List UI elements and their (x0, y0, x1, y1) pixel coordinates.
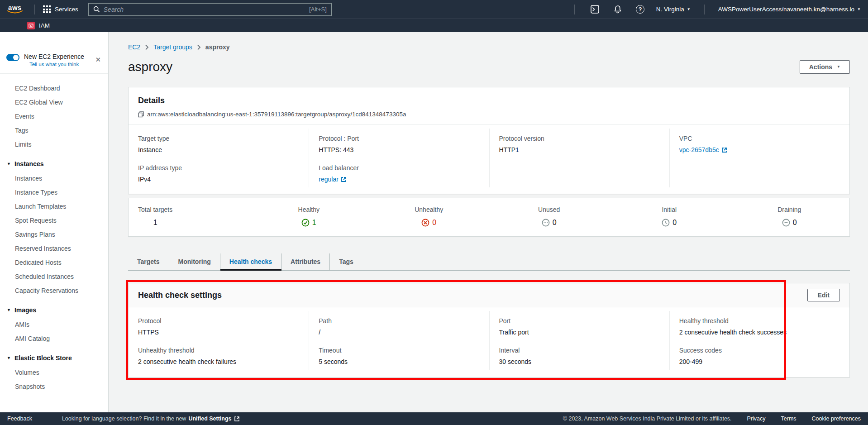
tab-monitoring[interactable]: Monitoring (169, 253, 220, 270)
sidebar-item-reserved-instances[interactable]: Reserved Instances (0, 241, 108, 255)
breadcrumb-target-groups-link[interactable]: Target groups (153, 43, 192, 51)
hc-success-codes-value: 200-499 (679, 358, 840, 365)
new-ec2-experience-toggle[interactable] (6, 54, 19, 61)
tab-attributes[interactable]: Attributes (281, 253, 330, 270)
terms-link[interactable]: Terms (781, 415, 796, 422)
tab-tags[interactable]: Tags (330, 253, 362, 270)
language-hint-text: Looking for language selection? Find it … (62, 415, 186, 422)
field-label: Timeout (319, 347, 479, 354)
privacy-link[interactable]: Privacy (747, 415, 766, 422)
divider (704, 5, 705, 14)
draining-count: 0 (793, 219, 797, 227)
global-search[interactable]: [Alt+S] (88, 3, 332, 16)
sidebar-item-volumes[interactable]: Volumes (0, 365, 108, 379)
initial-count: 0 (672, 219, 677, 227)
sidebar-item-capacity-reservations[interactable]: Capacity Reservations (0, 283, 108, 297)
field-label: Target type (138, 135, 299, 142)
search-input[interactable] (104, 6, 305, 13)
health-check-section: Health check settings Edit Protocol HTTP… (128, 283, 850, 377)
actions-label: Actions (809, 63, 832, 71)
search-shortcut-hint: [Alt+S] (309, 6, 327, 13)
region-selector[interactable]: N. Virginia ▼ (656, 6, 691, 13)
copy-arn-icon[interactable] (138, 111, 144, 118)
health-check-settings-card: Health check settings Edit Protocol HTTP… (128, 283, 850, 377)
sidebar-section-images[interactable]: ▼ Images (0, 303, 108, 317)
sidebar-close-icon[interactable]: ✕ (95, 56, 101, 64)
unhealthy-x-circle-icon (421, 219, 429, 227)
sidebar-section-instances[interactable]: ▼ Instances (0, 157, 108, 171)
copyright-text: © 2023, Amazon Web Services India Privat… (563, 415, 732, 422)
region-label: N. Virginia (656, 6, 684, 13)
initial-clock-circle-icon (662, 219, 670, 227)
feedback-link[interactable]: Feedback (7, 415, 32, 422)
sidebar-section-elastic-block-store[interactable]: ▼ Elastic Block Store (0, 351, 108, 365)
summary-label: Healthy (298, 206, 320, 213)
sidebar-item-dedicated-hosts[interactable]: Dedicated Hosts (0, 255, 108, 269)
unhealthy-count: 0 (432, 219, 436, 227)
total-targets-count: 1 (153, 219, 157, 227)
unified-settings-link[interactable]: Unified Settings (188, 415, 231, 422)
sidebar-item-instances[interactable]: Instances (0, 171, 108, 185)
notifications-button[interactable] (611, 5, 625, 14)
favorites-bar: IAM (0, 19, 868, 32)
load-balancer-link[interactable]: regular (319, 176, 347, 183)
protocol-port-value: HTTPS: 443 (319, 146, 479, 153)
sidebar-item-tags[interactable]: Tags (0, 123, 108, 137)
sidebar-item-events[interactable]: Events (0, 109, 108, 123)
sidebar-item-launch-templates[interactable]: Launch Templates (0, 199, 108, 213)
details-grid: Target type Instance Protocol : Port HTT… (129, 124, 849, 194)
divider (34, 5, 35, 14)
summary-label: Unhealthy (415, 206, 443, 213)
target-group-tabs: Targets Monitoring Health checks Attribu… (128, 253, 850, 271)
sidebar-item-limits[interactable]: Limits (0, 137, 108, 151)
aws-logo[interactable]: aws (7, 5, 23, 14)
tab-health-checks[interactable]: Health checks (220, 253, 281, 270)
hc-interval-value: 30 seconds (499, 358, 660, 365)
actions-button[interactable]: Actions ▼ (800, 60, 850, 74)
iam-service-icon (27, 22, 35, 29)
breadcrumb: EC2 Target groups asproxy (128, 43, 850, 51)
sidebar-item-instance-types[interactable]: Instance Types (0, 185, 108, 199)
aws-logo-text: aws (8, 5, 22, 10)
hc-protocol-value: HTTPS (138, 329, 299, 336)
field-label: Path (319, 317, 479, 325)
field-label: Protocol (138, 317, 299, 325)
aws-smile-icon (7, 10, 23, 14)
sidebar-item-ec2-global-view[interactable]: EC2 Global View (0, 95, 108, 109)
tab-targets[interactable]: Targets (128, 253, 169, 270)
help-button[interactable]: ? (634, 5, 647, 14)
sidebar-nav: EC2 Dashboard EC2 Global View Events Tag… (0, 74, 108, 393)
services-menu-button[interactable]: Services (39, 4, 82, 15)
draining-minus-circle-icon (782, 219, 790, 227)
search-icon (93, 6, 100, 13)
sidebar-item-savings-plans[interactable]: Savings Plans (0, 227, 108, 241)
services-grid-icon (43, 5, 51, 13)
cloudshell-button[interactable] (588, 5, 602, 14)
favorite-iam-link[interactable]: IAM (27, 22, 50, 29)
chevron-down-icon: ▼ (7, 308, 11, 312)
details-heading: Details (138, 96, 840, 105)
hc-port-value: Traffic port (499, 329, 660, 336)
vpc-link[interactable]: vpc-2657db5c (679, 146, 727, 153)
cookie-preferences-link[interactable]: Cookie preferences (812, 415, 861, 422)
hc-healthy-threshold-value: 2 consecutive health check successes (679, 329, 840, 336)
chevron-down-icon: ▼ (7, 162, 11, 166)
sidebar-item-ami-catalog[interactable]: AMI Catalog (0, 331, 108, 345)
hc-unhealthy-threshold-value: 2 consecutive health check failures (138, 358, 299, 365)
sidebar-item-snapshots[interactable]: Snapshots (0, 379, 108, 393)
edit-button[interactable]: Edit (807, 289, 840, 301)
sidebar-item-ec2-dashboard[interactable]: EC2 Dashboard (0, 81, 108, 95)
sidebar-item-spot-requests[interactable]: Spot Requests (0, 213, 108, 227)
account-menu[interactable]: AWSPowerUserAccess/navaneeth.kn@harness.… (718, 6, 861, 13)
chevron-down-icon: ▼ (837, 65, 840, 69)
cloudshell-terminal-icon (591, 5, 599, 14)
section-label: Images (14, 306, 36, 314)
sidebar-item-scheduled-instances[interactable]: Scheduled Instances (0, 269, 108, 283)
health-check-settings-heading: Health check settings (138, 291, 222, 300)
tell-us-link[interactable]: Tell us what you think (24, 62, 84, 67)
protocol-version-value: HTTP1 (499, 146, 660, 153)
sidebar-item-amis[interactable]: AMIs (0, 317, 108, 331)
breadcrumb-current: asproxy (205, 43, 230, 51)
breadcrumb-ec2-link[interactable]: EC2 (128, 43, 140, 51)
hc-path-value: / (319, 329, 479, 336)
